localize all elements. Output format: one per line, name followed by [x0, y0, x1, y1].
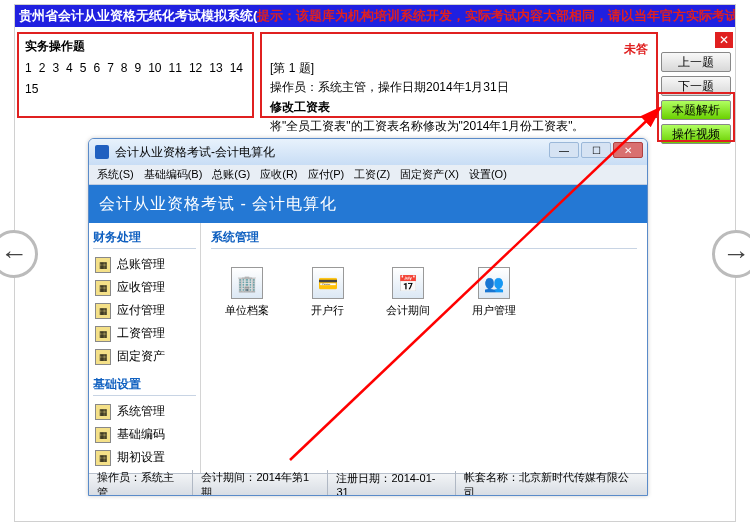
- next-button[interactable]: 下一题: [661, 76, 731, 96]
- app-launcher-icon: 🏢: [231, 267, 263, 299]
- status-op-label: 操作员：: [97, 471, 141, 483]
- question-line-1: 操作员：系统主管，操作日期2014年1月31日: [270, 78, 648, 97]
- sidebar-item[interactable]: ▦基础编码: [93, 423, 196, 446]
- window-title: 会计从业资格考试-会计电算化: [115, 144, 275, 161]
- sidebar-item[interactable]: ▦应付管理: [93, 299, 196, 322]
- sidebar-item-icon: ▦: [95, 303, 111, 319]
- question-tag: [第 1 题]: [270, 59, 648, 78]
- question-number[interactable]: 15: [25, 82, 38, 96]
- question-number[interactable]: 9: [135, 61, 142, 75]
- menu-item[interactable]: 系统(S): [97, 167, 134, 182]
- sidebar-item-icon: ▦: [95, 349, 111, 365]
- sidebar-item[interactable]: ▦期初设置: [93, 446, 196, 469]
- sidebar-item-label: 总账管理: [117, 256, 165, 273]
- window-titlebar: 会计从业资格考试-会计电算化 — ☐ ✕: [89, 139, 647, 165]
- sidebar-item-label: 基础编码: [117, 426, 165, 443]
- menu-item[interactable]: 应收(R): [260, 167, 297, 182]
- window-banner: 会计从业资格考试 - 会计电算化: [89, 185, 647, 223]
- sidebar-item-label: 工资管理: [117, 325, 165, 342]
- menu-item[interactable]: 固定资产(X): [400, 167, 459, 182]
- menu-item[interactable]: 基础编码(B): [144, 167, 203, 182]
- question-number[interactable]: 4: [66, 61, 73, 75]
- question-line-2: 将"全员工资表"的工资表名称修改为"2014年1月份工资表"。: [270, 117, 648, 136]
- video-button[interactable]: 操作视频: [661, 124, 731, 144]
- sidebar-item[interactable]: ▦系统管理: [93, 400, 196, 423]
- menu-item[interactable]: 总账(G): [212, 167, 250, 182]
- system-title-bar: 贵州省会计从业资格无纸化考试模拟系统( 提示：该题库为机构培训系统开发，实际考试…: [15, 5, 735, 27]
- app-icon: [95, 145, 109, 159]
- minimize-icon[interactable]: —: [549, 142, 579, 158]
- menu-item[interactable]: 设置(O): [469, 167, 507, 182]
- question-number[interactable]: 11: [169, 61, 182, 75]
- window-statusbar: 操作员：系统主管 会计期间：2014年第1期 注册日期：2014-01-31 帐…: [89, 473, 647, 495]
- sidebar-item-label: 应付管理: [117, 302, 165, 319]
- prev-button[interactable]: 上一题: [661, 52, 731, 72]
- app-launcher[interactable]: 📅会计期间: [386, 267, 430, 318]
- sidebar-item-label: 期初设置: [117, 449, 165, 466]
- question-number[interactable]: 13: [209, 61, 222, 75]
- close-icon[interactable]: ✕: [715, 32, 733, 48]
- question-number-list: 123456789101112131415: [19, 57, 252, 100]
- sidebar-item[interactable]: ▦固定资产: [93, 345, 196, 368]
- question-nav-panel: 实务操作题 123456789101112131415: [17, 32, 254, 118]
- sidebar-heading-basic: 基础设置: [93, 376, 196, 396]
- app-launcher-icon: 💳: [312, 267, 344, 299]
- system-title: 贵州省会计从业资格无纸化考试模拟系统(: [19, 7, 257, 25]
- question-buttons: 上一题 下一题 本题解析 操作视频: [661, 52, 731, 144]
- sidebar-item-label: 系统管理: [117, 403, 165, 420]
- sidebar-item-icon: ▦: [95, 280, 111, 296]
- main-panel: 系统管理 🏢单位档案💳开户行📅会计期间👥用户管理: [201, 223, 647, 473]
- app-launcher[interactable]: 🏢单位档案: [225, 267, 269, 318]
- sidebar-item[interactable]: ▦工资管理: [93, 322, 196, 345]
- app-launcher-icon: 📅: [392, 267, 424, 299]
- sidebar-item-label: 应收管理: [117, 279, 165, 296]
- question-number[interactable]: 14: [230, 61, 243, 75]
- question-header: ✕ 实务操作题 123456789101112131415 未答 [第 1 题]…: [15, 30, 735, 122]
- maximize-icon[interactable]: ☐: [581, 142, 611, 158]
- app-launcher-label: 用户管理: [472, 303, 516, 318]
- app-launcher[interactable]: 👥用户管理: [472, 267, 516, 318]
- answer-status: 未答: [270, 40, 648, 59]
- app-launcher-icon: 👥: [478, 267, 510, 299]
- app-launcher-label: 开户行: [311, 303, 344, 318]
- sidebar-item-label: 固定资产: [117, 348, 165, 365]
- app-icon-row: 🏢单位档案💳开户行📅会计期间👥用户管理: [211, 267, 637, 318]
- sidebar-item[interactable]: ▦应收管理: [93, 276, 196, 299]
- question-number[interactable]: 5: [80, 61, 87, 75]
- window-close-icon[interactable]: ✕: [613, 142, 643, 158]
- question-number[interactable]: 2: [39, 61, 46, 75]
- app-launcher-label: 会计期间: [386, 303, 430, 318]
- main-heading: 系统管理: [211, 229, 637, 249]
- sidebar-item-icon: ▦: [95, 404, 111, 420]
- sidebar-item-icon: ▦: [95, 427, 111, 443]
- sidebar-item-icon: ▦: [95, 257, 111, 273]
- question-number[interactable]: 7: [107, 61, 114, 75]
- sidebar-heading-finance: 财务处理: [93, 229, 196, 249]
- sidebar: 财务处理 ▦总账管理▦应收管理▦应付管理▦工资管理▦固定资产 基础设置 ▦系统管…: [89, 223, 201, 473]
- app-window: 会计从业资格考试-会计电算化 — ☐ ✕ 系统(S)基础编码(B)总账(G)应收…: [88, 138, 648, 496]
- question-number[interactable]: 10: [148, 61, 161, 75]
- menu-item[interactable]: 工资(Z): [354, 167, 390, 182]
- app-launcher[interactable]: 💳开户行: [311, 267, 344, 318]
- question-number[interactable]: 3: [52, 61, 59, 75]
- analysis-button[interactable]: 本题解析: [661, 100, 731, 120]
- question-bold-line: 修改工资表: [270, 98, 648, 117]
- question-number[interactable]: 1: [25, 61, 32, 75]
- window-menubar: 系统(S)基础编码(B)总账(G)应收(R)应付(P)工资(Z)固定资产(X)设…: [89, 165, 647, 185]
- sidebar-item[interactable]: ▦总账管理: [93, 253, 196, 276]
- menu-item[interactable]: 应付(P): [308, 167, 345, 182]
- sidebar-item-icon: ▦: [95, 450, 111, 466]
- status-account-label: 帐套名称：: [464, 471, 519, 483]
- question-text-panel: 未答 [第 1 题] 操作员：系统主管，操作日期2014年1月31日 修改工资表…: [260, 32, 658, 118]
- question-nav-title: 实务操作题: [19, 34, 252, 57]
- sidebar-item-icon: ▦: [95, 326, 111, 342]
- question-number[interactable]: 12: [189, 61, 202, 75]
- status-regdate-label: 注册日期：: [336, 472, 391, 484]
- app-launcher-label: 单位档案: [225, 303, 269, 318]
- window-controls: — ☐ ✕: [549, 142, 643, 158]
- system-title-warning: 提示：该题库为机构培训系统开发，实际考试内容大部相同，请以当年官方实际考试内容为…: [257, 7, 735, 25]
- question-number[interactable]: 6: [93, 61, 100, 75]
- question-number[interactable]: 8: [121, 61, 128, 75]
- window-body: 财务处理 ▦总账管理▦应收管理▦应付管理▦工资管理▦固定资产 基础设置 ▦系统管…: [89, 223, 647, 473]
- status-period-label: 会计期间：: [201, 471, 256, 483]
